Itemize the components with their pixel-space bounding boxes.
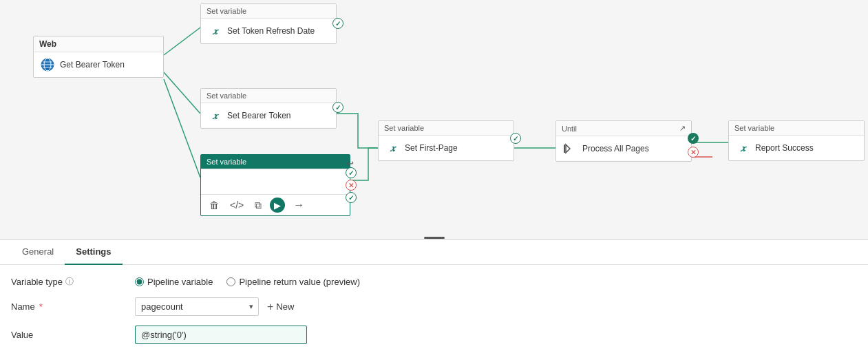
value-input[interactable] [135, 326, 307, 344]
bottom-panel: General Settings Variable type ⓘ Pipelin… [0, 240, 868, 351]
globe-icon [39, 56, 56, 73]
setvar2-icon: 𝑥 [207, 107, 223, 124]
setvar4-check-badge: ✓ [510, 133, 521, 144]
setvar5-header: Set variable [729, 121, 864, 136]
svg-line-1 [164, 72, 200, 114]
until-body: Process All Pages [556, 136, 691, 161]
setvar1-card[interactable]: Set variable 𝑥 Set Token Refresh Date [200, 3, 337, 44]
web-card-header: Web [34, 36, 163, 52]
setvar1-check-badge: ✓ [332, 18, 343, 29]
svg-line-2 [164, 79, 200, 178]
setvar4-label: Set First-Page [405, 143, 458, 153]
setvar3-check2-badge: ✓ [346, 192, 357, 203]
variable-type-row: Variable type ⓘ Pipeline variable Pipeli… [11, 276, 857, 288]
svg-line-0 [164, 28, 200, 55]
until-check-badge: ✓ [688, 133, 699, 144]
tab-general[interactable]: General [11, 240, 65, 265]
return-value-radio[interactable] [226, 277, 235, 286]
setvar3-toolbar: 🗑 </> ⧉ ▶ → [201, 194, 350, 215]
setvar5-card[interactable]: Set variable 𝑥 Report Success [728, 120, 865, 161]
setvar4-body: 𝑥 Set First-Page [379, 136, 514, 160]
variable-type-label: Variable type ⓘ [11, 276, 135, 288]
name-select[interactable]: pagecount [135, 297, 259, 316]
setvar3-check-badge: ✓ [346, 167, 357, 178]
setvar2-label: Set Bearer Token [227, 111, 291, 120]
setvar4-header: Set variable [379, 121, 514, 136]
setvar3-card[interactable]: Set variable 𝑥 Set Page Count 0 🗑 </> ⧉ … [200, 154, 350, 216]
setvar4-card[interactable]: Set variable 𝑥 Set First-Page [378, 120, 514, 161]
variable-type-info-icon[interactable]: ⓘ [65, 276, 74, 288]
name-required-star: * [39, 301, 43, 312]
more-button[interactable]: → [290, 198, 307, 213]
name-label: Name * [11, 301, 135, 312]
setvar5-icon: 𝑥 [734, 140, 751, 156]
setvar5-label: Report Success [755, 143, 814, 153]
setvar2-card[interactable]: Set variable 𝑥 Set Bearer Token [200, 88, 337, 129]
setvar3-body: 𝑥 Set Page Count 0 [201, 169, 350, 194]
new-button-label: New [276, 301, 294, 312]
web-card-label: Get Bearer Token [60, 60, 125, 70]
variable-type-radio-group: Pipeline variable Pipeline return value … [135, 277, 360, 287]
web-card[interactable]: Web Get Bearer Token [33, 36, 164, 78]
setvar1-label: Set Token Refresh Date [227, 26, 315, 36]
name-row: Name * pagecount ▾ + New [11, 297, 857, 316]
setvar5-body: 𝑥 Report Success [729, 136, 864, 160]
pipeline-variable-option[interactable]: Pipeline variable [135, 277, 213, 287]
value-row: Value [11, 326, 857, 344]
name-select-wrapper: pagecount ▾ [135, 297, 259, 316]
return-value-option[interactable]: Pipeline return value (preview) [226, 277, 360, 287]
until-header: Until ↗ [556, 121, 691, 136]
panel-content: Variable type ⓘ Pipeline variable Pipeli… [0, 265, 868, 351]
expand-icon[interactable]: ↗ [679, 124, 686, 133]
delete-button[interactable]: 🗑 [207, 198, 222, 212]
plus-icon: + [267, 301, 273, 313]
setvar3-icon: 𝑥 [207, 173, 223, 190]
value-label-text: Value [11, 330, 33, 340]
tab-settings[interactable]: Settings [65, 240, 122, 265]
code-button[interactable]: </> [227, 198, 246, 212]
pipeline-variable-label: Pipeline variable [147, 277, 213, 287]
setvar3-label: Set Page Count 0 [227, 177, 293, 187]
until-card[interactable]: Until ↗ Process All Pages [555, 120, 692, 162]
value-label: Value [11, 330, 135, 340]
return-value-label: Pipeline return value (preview) [239, 277, 360, 287]
until-header-label: Until [562, 125, 577, 133]
canvas-area: Web Get Bearer Token Set variable 𝑥 Set … [0, 0, 868, 240]
setvar3-header: Set variable [201, 155, 350, 169]
until-label: Process All Pages [582, 144, 649, 153]
divider-line [424, 237, 445, 239]
variable-type-text: Variable type [11, 277, 63, 287]
setvar1-icon: 𝑥 [207, 23, 223, 39]
copy-button[interactable]: ⧉ [252, 198, 264, 213]
setvar4-icon: 𝑥 [384, 140, 401, 156]
setvar2-check-badge: ✓ [332, 102, 343, 113]
tabs-bar: General Settings [0, 240, 868, 265]
until-icon [562, 140, 578, 157]
new-button[interactable]: + New [267, 301, 294, 313]
pipeline-variable-radio[interactable] [135, 277, 144, 286]
setvar1-header: Set variable [201, 4, 336, 19]
run-button[interactable]: ▶ [270, 198, 285, 213]
setvar3-x-badge: ✕ [346, 180, 357, 191]
web-card-body: Get Bearer Token [34, 52, 163, 77]
setvar2-header: Set variable [201, 89, 336, 103]
name-label-text: Name [11, 301, 35, 312]
setvar2-body: 𝑥 Set Bearer Token [201, 103, 336, 128]
setvar1-body: 𝑥 Set Token Refresh Date [201, 19, 336, 43]
until-x-badge: ✕ [688, 147, 699, 158]
